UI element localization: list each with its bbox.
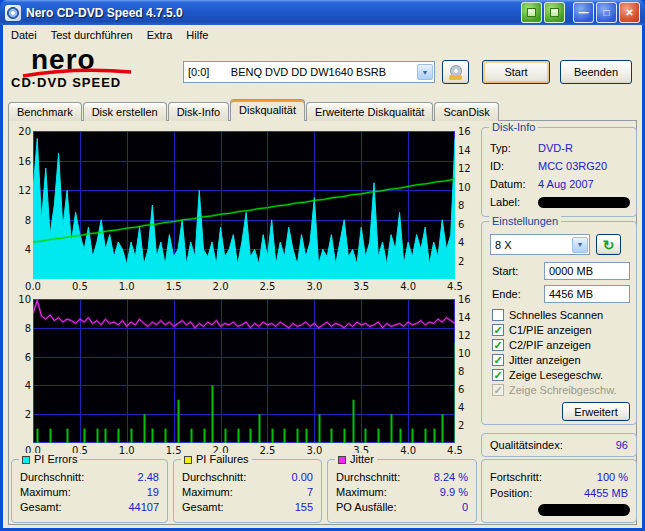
disk-info-label: Typ: xyxy=(490,142,511,154)
green-icon-inner-2 xyxy=(550,8,559,17)
checkbox-label: Schnelles Scannen xyxy=(509,309,603,321)
axis-tick-left: 10 xyxy=(11,295,31,305)
stat-row-maximum: Maximum:7 xyxy=(182,486,313,500)
titlebar-green-icon-2[interactable] xyxy=(544,2,565,23)
checkbox-schnelles-scannen[interactable]: Schnelles Scannen xyxy=(492,308,603,322)
disk-info-group-title: Disk-Info xyxy=(489,121,538,133)
advanced-button[interactable]: Erweitert xyxy=(562,402,630,421)
tab-benchmark[interactable]: Benchmark xyxy=(8,102,82,121)
axis-tick-right: 8 xyxy=(458,367,480,377)
menu-item-hilfe[interactable]: Hilfe xyxy=(179,26,215,44)
menu-item-test-durchf-hren[interactable]: Test durchführen xyxy=(44,26,140,44)
eject-disc-button[interactable] xyxy=(442,60,469,84)
stat-value: 19 xyxy=(147,486,159,498)
stat-value: 44107 xyxy=(128,501,159,513)
stat-row-durchschnitt: Durchschnitt:8.24 % xyxy=(336,471,468,485)
tab-disk-info[interactable]: Disk-Info xyxy=(168,102,229,121)
axis-tick-left: 2 xyxy=(11,410,31,420)
start-button[interactable]: Start xyxy=(482,60,550,84)
client-area: DateiTest durchführenExtraHilfe nero CD·… xyxy=(3,25,642,528)
axis-tick-x: 1.0 xyxy=(116,446,138,456)
stats-group-jitter: JitterDurchschnitt:8.24 %Maximum:9.9 %PO… xyxy=(327,459,477,523)
disc-icon xyxy=(7,7,19,19)
settings-group-title: Einstellungen xyxy=(489,215,561,227)
speed-select[interactable]: 8 X ▼ xyxy=(490,234,590,255)
stat-row-maximum: Maximum:19 xyxy=(20,486,159,500)
stat-row-durchschnitt: Durchschnitt:0.00 xyxy=(182,471,313,485)
stat-label: Durchschnitt: xyxy=(20,471,84,483)
end-field[interactable] xyxy=(544,285,630,303)
axis-tick-right: 6 xyxy=(458,385,480,395)
axis-tick-right: 4 xyxy=(458,238,480,248)
axis-tick-right: 14 xyxy=(458,313,480,323)
checkbox-c1-pie-anzeigen[interactable]: ✓C1/PIE anzeigen xyxy=(492,323,592,337)
checkbox-zeige-lesegeschw[interactable]: ✓Zeige Lesegeschw. xyxy=(492,368,603,382)
disk-label-redacted xyxy=(538,197,630,208)
stat-row-durchschnitt: Durchschnitt:2.48 xyxy=(20,471,159,485)
checkbox-jitter-anzeigen[interactable]: ✓Jitter anzeigen xyxy=(492,353,581,367)
stat-label: Gesamt: xyxy=(182,501,224,513)
stat-value: 2.48 xyxy=(138,471,159,483)
refresh-speed-button[interactable]: ↻ xyxy=(596,234,621,255)
axis-tick-left: 8 xyxy=(11,216,31,226)
minimize-icon[interactable]: — xyxy=(573,2,594,23)
stat-label: PO Ausfälle: xyxy=(336,501,397,513)
settings-group: Einstellungen 8 X ▼ ↻ Start: Ende: Erwei… xyxy=(481,221,637,425)
axis-tick-right: 12 xyxy=(458,164,480,174)
start-field[interactable] xyxy=(544,262,630,280)
app-window: Nero CD-DVD Speed 4.7.5.0 — □ ✕ DateiTes… xyxy=(0,0,645,531)
menu-item-datei[interactable]: Datei xyxy=(4,26,44,44)
axis-tick-right: 14 xyxy=(458,146,480,156)
chevron-down-icon[interactable]: ▼ xyxy=(572,237,588,253)
pi-errors-chart xyxy=(33,131,455,279)
disk-info-group: Disk-Info Typ:DVD-RID:MCC 03RG20Datum:4 … xyxy=(481,127,637,217)
titlebar-green-icon-1[interactable] xyxy=(521,2,542,23)
axis-tick-left: 16 xyxy=(11,157,31,167)
menu-item-extra[interactable]: Extra xyxy=(140,26,180,44)
menu-bar: DateiTest durchführenExtraHilfe xyxy=(3,25,642,45)
stat-row-gesamt: Gesamt:155 xyxy=(182,501,313,515)
pi-errors-color-swatch xyxy=(22,456,30,464)
refresh-icon: ↻ xyxy=(603,238,615,252)
tab-disk-erstellen[interactable]: Disk erstellen xyxy=(83,102,167,121)
close-icon[interactable]: ✕ xyxy=(619,2,640,23)
axis-tick-right: 4 xyxy=(458,403,480,413)
axis-tick-right: 16 xyxy=(458,127,480,137)
progress-label: Position: xyxy=(490,487,532,499)
axis-tick-right: 10 xyxy=(458,183,480,193)
disk-info-row-id: ID:MCC 03RG20 xyxy=(490,160,628,174)
checkbox-zeige-schreibgeschw[interactable]: ✓Zeige Schreibgeschw. xyxy=(492,383,617,397)
tab-strip: BenchmarkDisk erstellenDisk-InfoDiskqual… xyxy=(8,99,500,121)
axis-tick-left: 4 xyxy=(11,381,31,391)
tab-scandisk[interactable]: ScanDisk xyxy=(434,102,498,121)
stats-title-text: PI Errors xyxy=(34,453,77,465)
disk-info-label: ID: xyxy=(490,160,504,172)
stat-row-po-ausf-lle: PO Ausfälle:0 xyxy=(336,501,468,515)
nero-logo: nero CD·DVD SPEED xyxy=(11,49,179,93)
checkbox-box: ✓ xyxy=(492,369,504,381)
axis-tick-right: 6 xyxy=(458,220,480,230)
stats-group-title-pi-errors: PI Errors xyxy=(19,453,80,465)
axis-tick-left: 6 xyxy=(11,353,31,363)
start-field-label: Start: xyxy=(492,265,518,277)
eject-hand-icon xyxy=(449,75,462,80)
drive-select-value: [0:0] BENQ DVD DD DW1640 BSRB xyxy=(184,66,417,78)
axis-tick-left: 20 xyxy=(11,127,31,137)
progress-value: 100 % xyxy=(597,471,628,483)
axis-tick-left: 12 xyxy=(11,186,31,196)
drive-select[interactable]: [0:0] BENQ DVD DD DW1640 BSRB ▼ xyxy=(183,61,435,83)
checkbox-box: ✓ xyxy=(492,384,504,396)
quit-button[interactable]: Beenden xyxy=(560,60,632,84)
tab-erweiterte-diskqualit-t[interactable]: Erweiterte Diskqualität xyxy=(306,102,433,121)
progress-row-fortschritt: Fortschritt:100 % xyxy=(490,471,628,485)
chevron-down-icon[interactable]: ▼ xyxy=(417,64,433,80)
tab-diskqualit-t[interactable]: Diskqualität xyxy=(230,99,305,121)
stat-value: 8.24 % xyxy=(434,471,468,483)
maximize-icon[interactable]: □ xyxy=(596,2,617,23)
stat-label: Gesamt: xyxy=(20,501,62,513)
disk-info-value: 4 Aug 2007 xyxy=(538,178,594,190)
checkbox-c2-pif-anzeigen[interactable]: ✓C2/PIF anzeigen xyxy=(492,338,591,352)
stats-group-pi-failures: PI FailuresDurchschnitt:0.00Maximum:7Ges… xyxy=(173,459,322,523)
disk-info-label: Label: xyxy=(490,196,520,208)
title-bar[interactable]: Nero CD-DVD Speed 4.7.5.0 — □ ✕ xyxy=(0,0,645,25)
